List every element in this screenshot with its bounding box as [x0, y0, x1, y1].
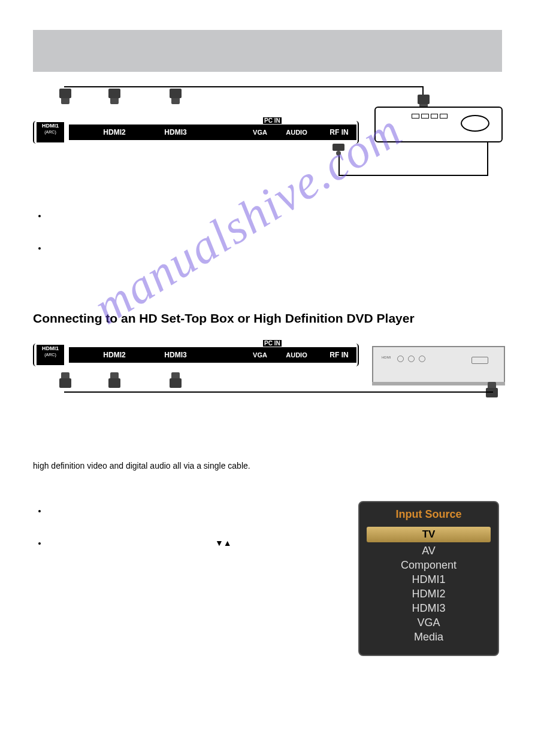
osd-item[interactable]: HDMI3 — [367, 602, 491, 615]
cable-line — [338, 175, 488, 176]
osd-item[interactable]: HDMI1 — [367, 573, 491, 586]
hdmi-plug-icon — [108, 372, 120, 389]
bar-edge-right — [353, 344, 359, 366]
bar-edge-right — [353, 121, 359, 144]
port-hdmi2: HDMI2 — [90, 125, 138, 140]
cable-line — [64, 391, 493, 393]
hdmi-plug-icon — [59, 372, 71, 389]
bullet-item — [47, 243, 502, 259]
osd-item[interactable]: VGA — [367, 617, 491, 629]
port-audio: AUDIO — [280, 125, 313, 140]
port-hdmi1-label: HDMI1 — [42, 345, 59, 351]
hdmi-plug-icon — [486, 382, 498, 399]
port-vga: VGA — [246, 125, 274, 140]
osd-item-selected[interactable]: TV — [367, 527, 491, 542]
hdmi-plug-icon — [108, 89, 120, 105]
port-hdmi1-label: HDMI1 — [42, 123, 59, 129]
osd-item[interactable]: Media — [367, 631, 491, 643]
port-hdmi1-sub: (ARC) — [44, 353, 56, 357]
header-band — [33, 30, 502, 72]
port-hdmi3: HDMI3 — [152, 347, 200, 363]
connection-diagram-hdmi: HDMI1 (ARC) HDMI2 HDMI3 PC IN VGA AUDIO … — [33, 336, 502, 426]
port-rfin: RF IN — [324, 125, 354, 140]
connection-diagram-antenna: HDMI1 (ARC) HDMI2 HDMI3 PC IN VGA AUDIO … — [33, 89, 502, 196]
cable-line — [64, 86, 424, 87]
osd-title: Input Source — [367, 508, 491, 521]
port-pcin-label: PC IN — [263, 340, 282, 347]
bar-edge-left — [33, 344, 39, 366]
cable-line — [338, 156, 340, 175]
hd-box-hdmi-label: HDMI — [382, 356, 391, 359]
hd-dvd-box-illustration: HDMI — [372, 346, 505, 383]
port-hdmi2: HDMI2 — [90, 347, 138, 363]
bullet-item — [47, 211, 502, 226]
port-hdmi3: HDMI3 — [152, 125, 200, 140]
hdmi-plug-icon — [170, 372, 182, 389]
settop-box-illustration — [374, 107, 503, 142]
instruction-bullets-1 — [33, 211, 502, 259]
osd-item[interactable]: AV — [367, 545, 491, 557]
osd-item[interactable]: Component — [367, 559, 491, 572]
bar-edge-left — [33, 121, 39, 144]
hdmi-plug-icon — [59, 89, 71, 105]
port-vga: VGA — [246, 347, 274, 363]
port-hdmi1: HDMI1 (ARC) — [37, 345, 64, 365]
port-hdmi1-sub: (ARC) — [44, 130, 56, 134]
port-audio: AUDIO — [280, 347, 313, 363]
hdmi-plug-icon — [170, 89, 182, 105]
osd-input-source-panel: Input Source TV AV Component HDMI1 HDMI2… — [358, 501, 499, 656]
port-pcin-label: PC IN — [263, 117, 282, 124]
nav-arrows-icon: ▼▲ — [215, 538, 232, 548]
cable-line — [487, 141, 488, 176]
osd-item[interactable]: HDMI2 — [367, 588, 491, 600]
port-hdmi1: HDMI1 (ARC) — [37, 122, 64, 142]
port-rfin: RF IN — [324, 347, 354, 363]
section-heading-hdmi: Connecting to an HD Set-Top Box or High … — [33, 311, 502, 326]
body-paragraph: high definition video and digital audio … — [33, 460, 344, 472]
